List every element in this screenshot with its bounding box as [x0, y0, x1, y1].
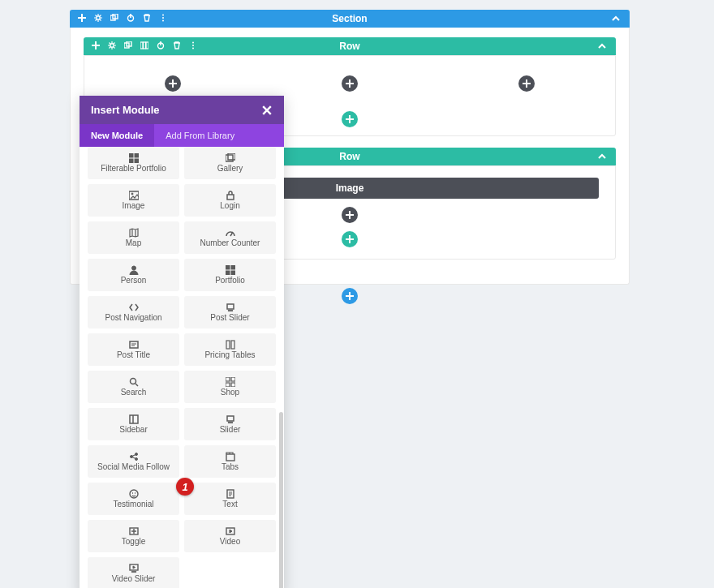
- svg-rect-29: [226, 271, 230, 275]
- svg-rect-22: [228, 153, 235, 160]
- annotation-badge: 1: [176, 478, 194, 496]
- module-option-text[interactable]: Text1: [184, 483, 276, 515]
- svg-point-57: [131, 571, 133, 573]
- row-bar[interactable]: Row: [84, 37, 616, 55]
- module-option-filterable-portfolio[interactable]: Filterable Portfolio: [88, 147, 179, 179]
- gear-icon[interactable]: [108, 41, 116, 51]
- module-option-video[interactable]: Video: [184, 520, 276, 552]
- svg-point-45: [228, 422, 230, 423]
- svg-rect-27: [226, 265, 230, 269]
- section-bar[interactable]: Section: [70, 10, 630, 28]
- module-option-video-slider[interactable]: Video Slider: [88, 557, 179, 588]
- svg-rect-36: [226, 341, 230, 349]
- columns-icon[interactable]: [140, 41, 148, 51]
- menu-icon[interactable]: [189, 41, 197, 51]
- svg-rect-10: [140, 42, 143, 49]
- module-option-label: Video: [220, 538, 240, 546]
- add-icon[interactable]: [78, 14, 86, 24]
- module-option-image[interactable]: Image: [88, 184, 179, 217]
- module-option-label: Text: [222, 500, 237, 509]
- shop-icon: [226, 377, 235, 387]
- add-module-button[interactable]: [165, 75, 181, 92]
- toggle-icon: [129, 526, 139, 536]
- module-option-post-title[interactable]: Post Title: [88, 333, 179, 366]
- module-option-pricing-tables[interactable]: Pricing Tables: [184, 333, 276, 366]
- person-icon: [129, 265, 139, 275]
- svg-rect-20: [135, 159, 139, 163]
- module-option-shop[interactable]: Shop: [184, 371, 276, 403]
- svg-rect-44: [227, 416, 234, 421]
- module-option-post-navigation[interactable]: Post Navigation: [88, 296, 179, 328]
- module-option-toggle[interactable]: Toggle: [88, 520, 179, 552]
- row-collapse-button[interactable]: [596, 41, 608, 52]
- gear-icon[interactable]: [94, 14, 102, 24]
- duplicate-icon[interactable]: [124, 41, 132, 51]
- add-module-button[interactable]: [518, 75, 535, 92]
- row-collapse-button[interactable]: [596, 151, 608, 162]
- module-option-search[interactable]: Search: [88, 371, 179, 403]
- power-icon[interactable]: [127, 14, 135, 24]
- module-option-label: Search: [121, 388, 147, 397]
- module-option-person[interactable]: Person: [88, 259, 179, 291]
- module-option-map[interactable]: Map: [88, 221, 179, 254]
- module-option-tabs[interactable]: Tabs: [184, 445, 276, 478]
- module-option-portfolio[interactable]: Portfolio: [184, 259, 276, 291]
- module-option-label: Post Title: [117, 351, 150, 359]
- grid-icon: [129, 153, 139, 163]
- svg-point-48: [130, 456, 132, 458]
- add-row-button[interactable]: [342, 111, 358, 127]
- duplicate-icon[interactable]: [110, 14, 118, 24]
- power-icon[interactable]: [157, 41, 165, 51]
- svg-rect-17: [129, 153, 133, 157]
- module-option-testimonial[interactable]: Testimonial: [88, 483, 179, 515]
- svg-point-14: [192, 42, 194, 44]
- module-option-label: Filterable Portfolio: [101, 165, 166, 173]
- module-option-label: Gallery: [217, 165, 243, 173]
- modal-header: Insert Module: [80, 96, 284, 124]
- column: [84, 75, 261, 92]
- trash-icon[interactable]: [173, 41, 181, 51]
- svg-point-6: [162, 20, 164, 22]
- menu-icon[interactable]: [159, 14, 167, 24]
- svg-point-38: [130, 379, 135, 384]
- module-option-social-media-follow[interactable]: Social Media Follow: [88, 445, 179, 478]
- module-option-slider[interactable]: Slider: [184, 408, 276, 440]
- module-option-label: Pricing Tables: [204, 351, 255, 359]
- section-collapse-button[interactable]: [610, 13, 622, 24]
- search-icon: [129, 377, 139, 387]
- module-option-gallery[interactable]: Gallery: [184, 147, 276, 179]
- svg-point-4: [162, 15, 164, 16]
- module-option-sidebar[interactable]: Sidebar: [88, 408, 179, 440]
- svg-rect-19: [129, 159, 133, 163]
- svg-rect-51: [226, 454, 234, 461]
- tab-label: New Module: [91, 131, 143, 140]
- add-section-button[interactable]: [342, 288, 358, 304]
- module-label: Image: [336, 182, 364, 194]
- module-option-label: Portfolio: [215, 277, 245, 285]
- svg-rect-43: [130, 415, 138, 423]
- svg-point-0: [97, 16, 100, 19]
- scrollbar[interactable]: [279, 412, 283, 588]
- title-icon: [129, 340, 139, 350]
- svg-point-46: [230, 422, 231, 423]
- trash-icon[interactable]: [143, 14, 151, 24]
- slider-icon: [226, 303, 235, 312]
- module-grid: Filterable PortfolioGalleryImageLoginMap…: [80, 147, 284, 588]
- module-option-label: Image: [123, 202, 145, 210]
- svg-rect-42: [231, 383, 235, 387]
- add-module-button[interactable]: [342, 75, 358, 92]
- add-icon[interactable]: [92, 41, 100, 51]
- map-icon: [129, 228, 139, 238]
- modal-close-button[interactable]: [261, 105, 273, 116]
- module-option-post-slider[interactable]: Post Slider: [184, 296, 276, 328]
- tab-new-module[interactable]: New Module: [80, 124, 154, 147]
- svg-point-58: [133, 571, 135, 573]
- module-option-label: Number Counter: [200, 239, 260, 247]
- module-option-number-counter[interactable]: Number Counter: [184, 221, 276, 254]
- module-option-login[interactable]: Login: [184, 184, 276, 217]
- add-row-button[interactable]: [342, 231, 358, 247]
- grid-icon: [226, 265, 235, 275]
- add-module-button[interactable]: [342, 207, 358, 223]
- tab-add-from-library[interactable]: Add From Library: [154, 124, 246, 147]
- svg-point-34: [231, 310, 233, 311]
